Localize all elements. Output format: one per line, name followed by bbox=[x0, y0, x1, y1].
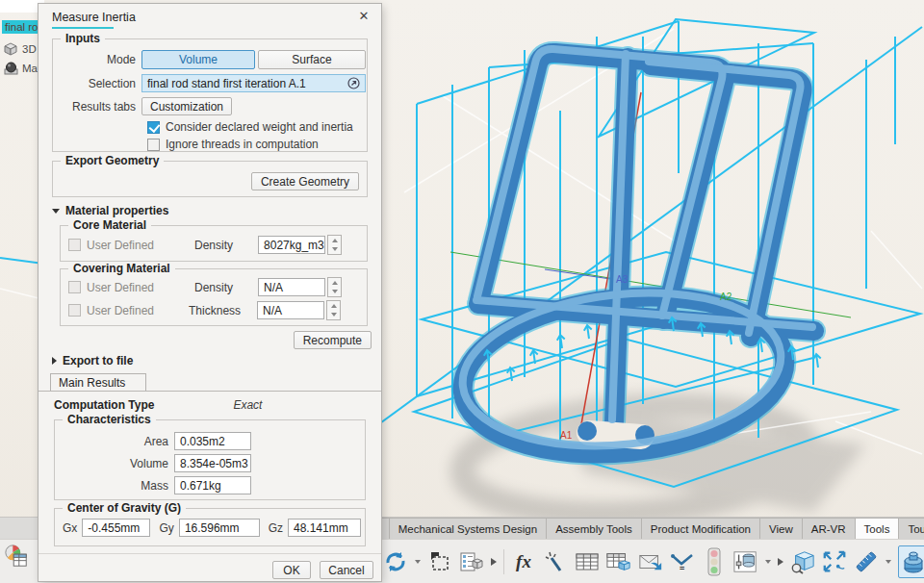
box-zoom-icon[interactable] bbox=[790, 547, 815, 576]
gx-value: -0.455mm bbox=[82, 519, 149, 537]
close-icon[interactable]: ✕ bbox=[356, 9, 372, 24]
covering-density-spinner[interactable] bbox=[327, 277, 342, 297]
customization-button[interactable]: Customization bbox=[141, 97, 232, 115]
selection-input[interactable]: final rod stand first iteration A.1 bbox=[141, 74, 366, 92]
selection-label: Selection bbox=[53, 77, 141, 90]
covering-thickness-user-defined-label: User Defined bbox=[87, 304, 154, 317]
shape-icon bbox=[4, 42, 18, 56]
area-label: Area bbox=[55, 435, 174, 448]
tab-tools[interactable]: Tools bbox=[855, 518, 900, 540]
catalog-browser-icon[interactable] bbox=[459, 547, 484, 576]
mode-volume-button[interactable]: Volume bbox=[141, 50, 255, 69]
tab-ar-vr[interactable]: AR-VR bbox=[802, 518, 856, 540]
results-tabs-label: Results tabs bbox=[53, 100, 141, 114]
options-dropdown-caret[interactable] bbox=[765, 560, 771, 564]
export-geometry-title: Export Geometry bbox=[61, 154, 164, 167]
axis-label-a2: A2 bbox=[720, 292, 732, 302]
mass-label: Mass bbox=[55, 479, 174, 493]
covering-thickness-input[interactable]: N/A bbox=[257, 301, 324, 319]
expand-triangle-icon bbox=[52, 357, 57, 365]
ok-button[interactable]: OK bbox=[272, 561, 311, 579]
update-icon[interactable] bbox=[383, 547, 408, 576]
mode-surface-button[interactable]: Surface bbox=[258, 50, 366, 69]
ignore-threads-label: Ignore threads in computation bbox=[166, 138, 319, 151]
select-region-icon[interactable] bbox=[427, 547, 452, 576]
core-density-spinner[interactable] bbox=[327, 235, 342, 255]
computation-type-label: Computation Type bbox=[54, 398, 154, 412]
recompute-button[interactable]: Recompute bbox=[294, 331, 372, 349]
model-shadow bbox=[459, 395, 866, 525]
dialog-title: Measure Inertia bbox=[52, 11, 136, 24]
statistics-icon[interactable] bbox=[4, 542, 29, 570]
consider-weight-label: Consider declared weight and inertia bbox=[166, 120, 353, 134]
characteristics-title: Characteristics bbox=[63, 413, 156, 426]
mode-label: Mode bbox=[53, 53, 141, 66]
traffic-light-icon[interactable] bbox=[702, 547, 727, 576]
gz-value: 48.141mm bbox=[288, 519, 361, 537]
ruler-icon[interactable] bbox=[854, 547, 879, 576]
toolbar-divider bbox=[503, 549, 504, 574]
covering-thickness-user-defined-checkbox[interactable] bbox=[68, 304, 81, 317]
send-file-icon[interactable] bbox=[638, 547, 663, 576]
inputs-group: Inputs Mode Volume Surface Selection fin… bbox=[52, 38, 368, 152]
covering-thickness-spinner[interactable] bbox=[326, 300, 341, 320]
material-properties-header[interactable]: Material properties bbox=[52, 204, 168, 217]
footer-divider bbox=[38, 553, 381, 554]
explode-icon[interactable] bbox=[822, 547, 847, 576]
core-density-input[interactable]: 8027kg_m3 bbox=[258, 236, 325, 254]
selection-picker-icon[interactable] bbox=[347, 77, 360, 89]
magic-wand-icon[interactable] bbox=[543, 547, 568, 576]
ignore-threads-checkbox[interactable] bbox=[147, 139, 160, 151]
mass-value: 0.671kg bbox=[174, 476, 251, 494]
export-geometry-group: Export Geometry Create Geometry bbox=[52, 161, 368, 197]
table-icon[interactable] bbox=[575, 547, 600, 576]
create-geometry-button[interactable]: Create Geometry bbox=[251, 172, 359, 190]
core-material-group: Core Material User Defined Density 8027k… bbox=[60, 225, 368, 262]
covering-thickness-label: Thickness bbox=[189, 304, 241, 317]
measure-inertia-dialog: Measure Inertia ✕ Inputs Mode Volume Sur… bbox=[38, 4, 381, 581]
design-table-icon[interactable] bbox=[606, 547, 631, 576]
axis-label-a3: A3 bbox=[616, 274, 629, 285]
volume-label: Volume bbox=[55, 457, 174, 470]
center-of-gravity-group: Center of Gravity (G) Gx -0.455mm Gy 16.… bbox=[54, 508, 366, 546]
tab-assembly-tools[interactable]: Assembly Tools bbox=[546, 518, 642, 540]
gy-label: Gy bbox=[160, 521, 174, 535]
tab-view[interactable]: View bbox=[759, 518, 803, 540]
measure-inertia-icon[interactable] bbox=[898, 545, 924, 578]
main-results-tab[interactable]: Main Results bbox=[50, 373, 146, 391]
measure-angle-icon[interactable]: = bbox=[670, 547, 695, 576]
tab-product-modification[interactable]: Product Modification bbox=[641, 518, 760, 540]
consider-weight-checkbox[interactable] bbox=[147, 121, 160, 134]
dialog-title-accent bbox=[52, 27, 114, 29]
volume-value: 8.354e-05m3 bbox=[174, 454, 251, 472]
axis-label-a1: A1 bbox=[560, 430, 573, 441]
computation-type-value: Exact bbox=[233, 398, 262, 412]
core-material-title: Core Material bbox=[68, 218, 151, 232]
area-value: 0.035m2 bbox=[174, 432, 251, 450]
covering-density-input[interactable]: N/A bbox=[258, 278, 325, 296]
options-sliders-icon[interactable] bbox=[733, 547, 758, 576]
results-tab-rule bbox=[38, 391, 381, 392]
cancel-button[interactable]: Cancel bbox=[320, 561, 373, 579]
export-to-file-header[interactable]: Export to file bbox=[52, 354, 133, 368]
center-of-gravity-title: Center of Gravity (G) bbox=[63, 501, 186, 515]
covering-density-user-defined-checkbox[interactable] bbox=[68, 281, 81, 293]
collapse-triangle-icon bbox=[52, 209, 60, 214]
covering-density-user-defined-label: User Defined bbox=[87, 281, 154, 294]
formula-icon[interactable]: fx bbox=[511, 547, 536, 576]
tab-mechanical-systems-design[interactable]: Mechanical Systems Design bbox=[389, 518, 547, 540]
core-user-defined-checkbox[interactable] bbox=[68, 239, 81, 251]
ruler-dropdown-caret[interactable] bbox=[886, 560, 891, 564]
core-density-label: Density bbox=[194, 239, 233, 252]
core-user-defined-label: User Defined bbox=[87, 239, 154, 252]
update-dropdown-caret[interactable] bbox=[415, 560, 421, 564]
gy-value: 16.596mm bbox=[179, 519, 260, 537]
options-flyout-arrow[interactable] bbox=[778, 558, 783, 566]
covering-density-label: Density bbox=[194, 281, 233, 294]
inputs-group-title: Inputs bbox=[61, 32, 105, 45]
section-flyout-arrow[interactable] bbox=[491, 558, 497, 566]
covering-material-group: Covering Material User Defined Density N… bbox=[60, 268, 368, 326]
application-window: A1 A2 A3 final rod 3D Sh Mate Standard M… bbox=[0, 0, 924, 583]
svg-text:=: = bbox=[680, 564, 684, 573]
tab-touch[interactable]: Touch bbox=[898, 518, 924, 540]
